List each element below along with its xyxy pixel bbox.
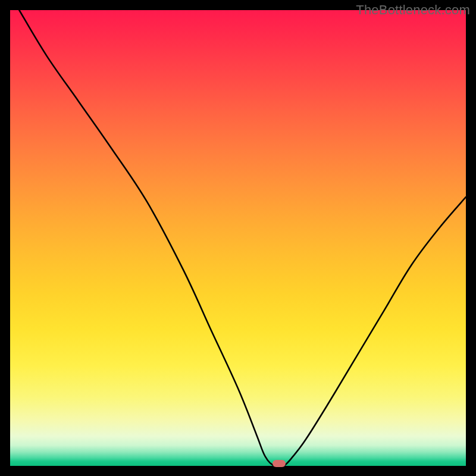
curve-path <box>19 10 466 466</box>
plot-area <box>10 10 466 466</box>
bottleneck-curve <box>10 10 466 466</box>
watermark-label: TheBottleneck.com <box>356 2 470 18</box>
optimum-marker <box>273 460 286 467</box>
chart-frame: TheBottleneck.com <box>0 0 476 476</box>
